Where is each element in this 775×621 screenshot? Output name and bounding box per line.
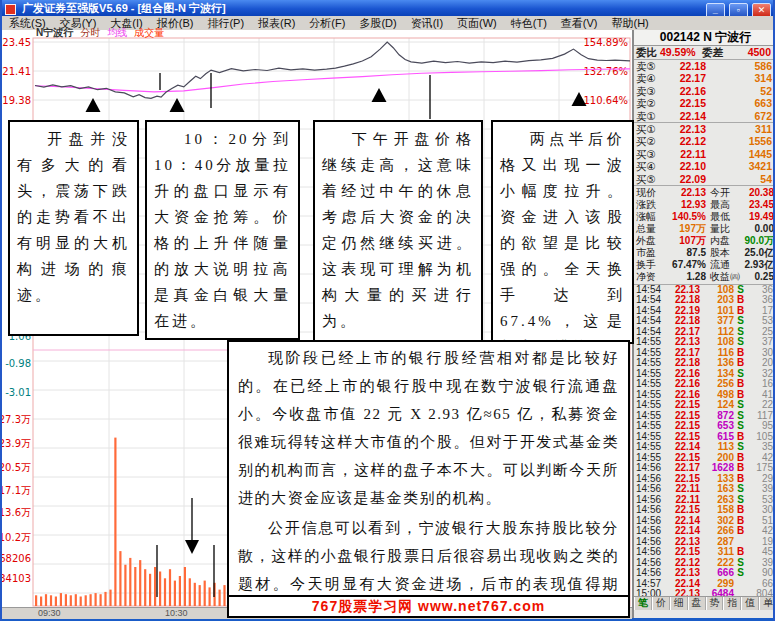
- legend-junxian: 均线: [107, 27, 127, 38]
- svg-text:68206: 68206: [2, 553, 31, 564]
- stat-value: 19.49: [736, 211, 774, 223]
- level-label: 买①: [634, 123, 662, 135]
- level-label: 卖③: [634, 85, 662, 97]
- panel-tab-值[interactable]: 值: [741, 597, 759, 610]
- stat-label: 量比: [706, 223, 736, 235]
- stat-label: 现价: [634, 187, 661, 199]
- level-price: 22.14: [662, 110, 706, 122]
- level-price: 22.12: [662, 135, 706, 147]
- menu-item[interactable]: 帮助(H): [605, 16, 656, 30]
- level-volume: 1556: [706, 135, 775, 147]
- menu-item[interactable]: 页面(W): [450, 16, 504, 30]
- stat-value: 1.28: [661, 271, 706, 283]
- stat-value: 0.00: [736, 223, 774, 235]
- menu-item[interactable]: 分析(F): [302, 16, 352, 30]
- svg-text:154.89%: 154.89%: [584, 37, 629, 48]
- annotation-box-4: 两点半后价格又出现一波小幅度拉升。资金进入该股的欲望是比较强的。全天换手达到 6…: [491, 120, 634, 344]
- panel-tab-笔[interactable]: 笔: [634, 597, 652, 610]
- panel-tab-单[interactable]: 单: [759, 597, 775, 610]
- down-arrow-marker: [185, 540, 199, 554]
- level-volume: 672: [706, 110, 775, 122]
- annotation-paragraph: 现阶段已经上市的银行股经营相对都是比较好的。在已经上市的银行股中现在数宁波银行流…: [229, 342, 628, 512]
- stat-row: 总量197万量比0.00: [634, 223, 775, 235]
- legend-stock-name: N宁波行: [36, 27, 73, 38]
- stat-label: 今开: [706, 187, 736, 199]
- level-volume: 314: [706, 72, 775, 84]
- stat-value: 140.5%: [661, 211, 706, 223]
- chart-legend: N宁波行分时均线成交量: [36, 28, 171, 38]
- stat-value: 2.93亿: [736, 259, 774, 271]
- stat-label: 总量: [634, 223, 661, 235]
- stat-label: 最高: [706, 199, 736, 211]
- weibi-row: 委比49.59%委差4500: [634, 46, 775, 60]
- level-volume: 52: [706, 85, 775, 97]
- svg-text:132.76%: 132.76%: [584, 66, 629, 77]
- stock-stats: 现价22.13今开20.38涨跌12.93最高23.45涨幅140.5%最低19…: [634, 186, 775, 285]
- bid-row: 买⑤22.0954: [634, 173, 775, 185]
- time-tick: 09:30: [38, 608, 61, 619]
- ask-row: 卖③22.1652: [634, 85, 775, 97]
- stat-label: 市盈: [634, 247, 661, 259]
- time-tick: 10:30: [165, 608, 188, 619]
- menu-item[interactable]: 特色(T): [504, 16, 554, 30]
- chart-area: 23.4521.4119.38154.89%132.76%110.64%1.06…: [2, 30, 632, 618]
- stat-value: 25.0亿: [736, 247, 774, 259]
- stat-label: 净资: [634, 271, 661, 283]
- stat-value: 87.5: [661, 247, 706, 259]
- level-price: 22.11: [662, 148, 706, 160]
- annotation-text: 10：20分到10：40分放量拉升的盘口显示有大资金抢筹。价格的上升伴随量的放大…: [147, 122, 298, 338]
- app-icon: [5, 4, 16, 15]
- weibi-label: 委比: [634, 46, 660, 59]
- panel-tab-势[interactable]: 势: [706, 597, 724, 610]
- svg-text:-0.98: -0.98: [5, 358, 31, 369]
- level-label: 卖④: [634, 72, 662, 84]
- stat-label: 涨跌: [634, 199, 661, 211]
- stat-value: 107万: [661, 235, 706, 247]
- svg-text:-3.01: -3.01: [5, 387, 31, 398]
- stat-label: 流通: [706, 259, 736, 271]
- svg-text:20.5万: 20.5万: [2, 462, 31, 473]
- level-label: 卖⑤: [634, 60, 662, 72]
- ask-row: 卖⑤22.18586: [634, 60, 775, 72]
- stat-row: 外盘107万内盘90.0万: [634, 235, 775, 247]
- stat-row: 净资1.28收益㈣0.25: [634, 271, 775, 283]
- menu-item[interactable]: 资讯(I): [404, 16, 450, 30]
- watermark-box: 767股票学习网 www.net767.com: [227, 595, 630, 618]
- stat-row: 换手67.47%流通2.93亿: [634, 259, 775, 271]
- menu-item[interactable]: 报表(R): [251, 16, 302, 30]
- panel-tabs: 笔价细盘势指值单: [634, 596, 775, 610]
- level-label: 卖①: [634, 110, 662, 122]
- weicha-value: 4500: [727, 46, 771, 59]
- ask-row: 卖②22.15663: [634, 97, 775, 109]
- bid-row: 买④22.103421: [634, 160, 775, 172]
- menu-item[interactable]: 查看(V): [554, 16, 605, 30]
- title-bar[interactable]: 广发证券至强版V5.69 - [组合图-N 宁波行] _ ▫ ✕: [2, 0, 773, 16]
- stat-value: 197万: [661, 223, 706, 235]
- level-label: 买④: [634, 160, 662, 172]
- tick-flag: S: [734, 568, 747, 579]
- panel-tab-指[interactable]: 指: [723, 597, 741, 610]
- annotation-text: 下午开盘价格继续走高，这意味着经过中午的休息考虑后大资金的决定仍然继续买进。这表…: [315, 122, 481, 338]
- ask-row: 卖①22.14672: [634, 110, 775, 122]
- panel-tab-盘[interactable]: 盘: [688, 597, 706, 610]
- panel-tab-细[interactable]: 细: [670, 597, 688, 610]
- level-price: 22.15: [662, 97, 706, 109]
- annotation-paragraph: 公开信息可以看到，宁波银行大股东持股比较分散，这样的小盘银行股票日后很容易出现收…: [229, 512, 628, 597]
- stat-label: 收益㈣: [706, 271, 736, 283]
- stat-label: 内盘: [706, 235, 736, 247]
- stat-value: 22.13: [661, 187, 706, 199]
- bid-row: 买①22.13311: [634, 123, 775, 135]
- bid-row: 买③22.111445: [634, 148, 775, 160]
- panel-tab-价[interactable]: 价: [652, 597, 670, 610]
- stat-label: 换手: [634, 259, 661, 271]
- stat-label: 外盘: [634, 235, 661, 247]
- annotation-text: 开盘并没有多大的看头，震荡下跌的走势看不出有明显的大机构进场的痕迹。: [10, 122, 137, 312]
- stat-value: 90.0万: [736, 235, 774, 247]
- annotation-box-3: 下午开盘价格继续走高，这意味着经过中午的休息考虑后大资金的决定仍然继续买进。这表…: [313, 120, 483, 342]
- stat-row: 涨幅140.5%最低19.49: [634, 211, 775, 223]
- menu-item[interactable]: 多股(D): [352, 16, 403, 30]
- bid-row: 买②22.121556: [634, 135, 775, 147]
- menu-item[interactable]: 排行(P): [200, 16, 251, 30]
- stat-label: 涨幅: [634, 211, 661, 223]
- tick-list[interactable]: 14:5422.13108S3614:5422.18203B3614:5422.…: [634, 285, 775, 600]
